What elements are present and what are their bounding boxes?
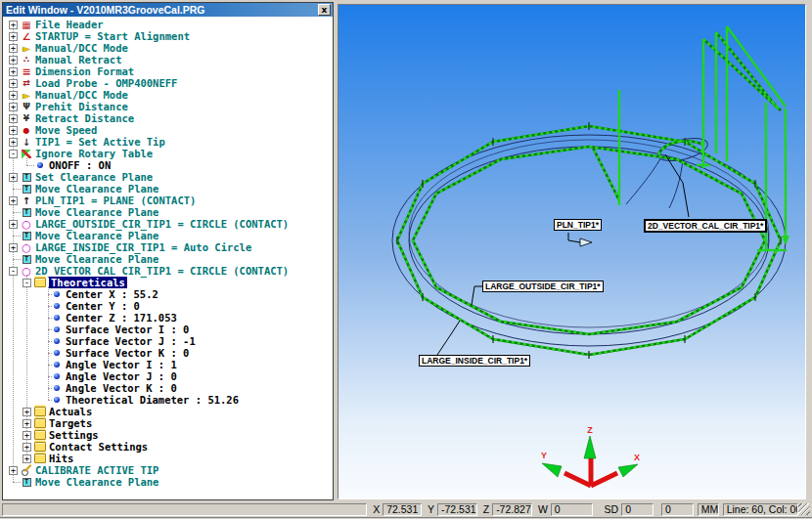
tree-row[interactable]: + File Header [3,19,333,30]
tree-row[interactable]: Surface Vector K : 0 [3,347,333,359]
tree-row[interactable]: + Retract Distance [3,112,333,124]
tree-row[interactable]: + Actuals [3,406,333,417]
tree-row[interactable]: Surface Vector J : -1 [3,335,333,347]
expand-toggle-icon[interactable]: + [23,454,31,463]
expand-toggle-icon[interactable]: + [9,67,18,76]
tree-row[interactable]: Move Clearance Plane [3,230,333,241]
expand-toggle-icon[interactable]: + [9,173,18,182]
tree-item-label: Move Clearance Plane [35,253,158,265]
expand-toggle-icon[interactable]: - [9,150,18,158]
feature-label-large-inside-cir-tip1[interactable]: LARGE_INSIDE_CIR_TIP1* [419,355,530,367]
tree-row[interactable]: + Prehit Distance [3,101,333,112]
tree-item-label: Prehit Distance [35,101,128,112]
set-active-tip-icon [21,137,32,148]
expand-toggle-icon[interactable]: + [9,196,18,205]
close-icon[interactable]: x [318,4,331,16]
tree-row[interactable]: + Dimension Format [3,65,333,77]
gradient-background [338,5,805,498]
tree-item-label: Surface Vector I : 0 [66,324,189,335]
expand-toggle-icon[interactable]: + [23,443,31,452]
expand-toggle-icon[interactable]: + [9,220,18,229]
expand-toggle-icon[interactable]: - [23,279,31,287]
feature-label-large-outside-cir-tip1[interactable]: LARGE_OUTSIDE_CIR_TIP1* [482,281,604,292]
tree-row[interactable]: + Move Speed [3,124,333,136]
value-bullet-icon [51,336,63,347]
tree-row[interactable]: Center Z : 171.053 [3,312,333,324]
feature-label-pln-tip1[interactable]: PLN_TIP1* [554,219,602,231]
status-extra-value: 0 [661,503,694,516]
tree-row[interactable]: ONOFF : ON [3,159,333,171]
expand-toggle-icon[interactable]: + [23,419,31,428]
tree-row[interactable]: + Manual/DCC Mode [3,42,333,54]
expand-toggle-icon[interactable]: + [9,56,18,65]
resize-grip[interactable] [798,503,810,515]
tree-row[interactable]: + Targets [3,417,333,429]
tree-row[interactable]: + Contact Settings [3,441,333,453]
tree-row[interactable]: + CALIBRATE ACTIVE TIP [3,464,333,476]
tree-row[interactable]: + Hits [3,453,333,464]
expand-toggle-icon[interactable]: + [9,138,18,147]
tree-row[interactable]: + PLN_TIP1 = PLANE (CONTACT) [3,195,333,206]
tree-row[interactable]: + Manual Retract [3,54,333,65]
tree-row[interactable]: Angle Vector I : 1 [3,359,333,370]
tree-item-label: Move Clearance Plane [35,206,158,218]
circle-feature-icon [21,266,32,277]
tree-item-label: Hits [49,453,73,464]
tree-item-label: Actuals [49,406,92,417]
expand-toggle-icon[interactable]: + [9,243,18,252]
tree-row[interactable]: + LARGE_OUTSIDE_CIR_TIP1 = CIRCLE (CONTA… [3,218,333,230]
expand-toggle-icon[interactable]: + [23,408,31,416]
tree-row[interactable]: Move Clearance Plane [3,183,333,195]
tree-row[interactable]: + Load Probe - OMP400NEFF [3,77,333,89]
tree-item-label: Retract Distance [35,112,134,124]
tree-row[interactable]: Center X : 55.2 [3,288,333,300]
tree-row[interactable]: Angle Vector J : 0 [3,370,333,382]
expand-toggle-icon[interactable]: + [9,32,18,41]
value-bullet-icon [51,301,63,312]
tree-item-label: STARTUP = Start Alignment [35,30,190,42]
tree-row[interactable]: + Set Clearance Plane [3,171,333,183]
expand-toggle-icon[interactable]: - [9,267,18,276]
tree-row[interactable]: Surface Vector I : 0 [3,324,333,335]
expand-toggle-icon[interactable]: + [9,91,18,100]
edit-window-titlebar[interactable]: Edit Window - V2010MR3GrooveCal.PRG x [3,3,333,17]
tree-row[interactable]: Angle Vector K : 0 [3,382,333,394]
tree-row[interactable]: Center Y : 0 [3,300,333,312]
tree-item-label: Set Clearance Plane [35,171,153,183]
expand-toggle-icon[interactable]: + [9,126,18,135]
clearance-plane-icon [21,184,32,195]
tree-row[interactable]: + TIP1 = Set Active Tip [3,136,333,148]
tree-row[interactable]: + Settings [3,429,333,441]
retract-distance-icon [21,113,32,124]
expand-toggle-icon[interactable]: + [9,21,18,29]
tree-row[interactable]: - 2D_VECTOR_CAL_CIR_TIP1 = CIRCLE (CONTA… [3,265,333,277]
status-sd-value: 0 [621,503,654,516]
expand-toggle-icon[interactable]: + [9,466,18,475]
tree-row[interactable]: - Ignore Rotary Table [3,148,333,159]
graphics-viewport[interactable]: Z Y X PLN_TIP1* 2D_VECTOR_CAL_CIR_TIP1* … [338,4,806,499]
tree-row[interactable]: Move Clearance Plane [3,253,333,265]
expand-toggle-icon[interactable]: + [9,114,18,123]
tree-item-label: Surface Vector J : -1 [66,335,196,347]
manual-retract-icon [21,55,32,65]
calibrate-tip-icon [21,465,32,476]
status-x-label: X [373,503,380,515]
tree-row[interactable]: Move Clearance Plane [3,206,333,218]
tree-row[interactable]: - Theoreticals [3,277,333,288]
tree-row[interactable]: + STARTUP = Start Alignment [3,30,333,42]
tree-row[interactable]: Move Clearance Plane [3,476,333,488]
circle-feature-icon [21,219,32,230]
tree-row[interactable]: + Manual/DCC Mode [3,89,333,101]
value-bullet-icon [51,324,63,335]
tree-row[interactable]: Theoretical Diameter : 51.26 [3,394,333,406]
expand-toggle-icon[interactable]: + [9,44,18,53]
expand-toggle-icon[interactable]: + [9,79,18,88]
cad-canvas[interactable]: Z Y X [338,5,805,498]
clearance-plane-icon [21,231,32,241]
feature-label-2d-vector-cal-cir-tip1[interactable]: 2D_VECTOR_CAL_CIR_TIP1* [644,219,767,233]
status-x-value: 72.531 [383,503,422,516]
status-w-value: 0 [551,503,593,516]
expand-toggle-icon[interactable]: + [23,431,31,440]
tree-row[interactable]: + LARGE_INSIDE_CIR_TIP1 = Auto Circle [3,241,333,253]
expand-toggle-icon[interactable]: + [9,103,18,111]
